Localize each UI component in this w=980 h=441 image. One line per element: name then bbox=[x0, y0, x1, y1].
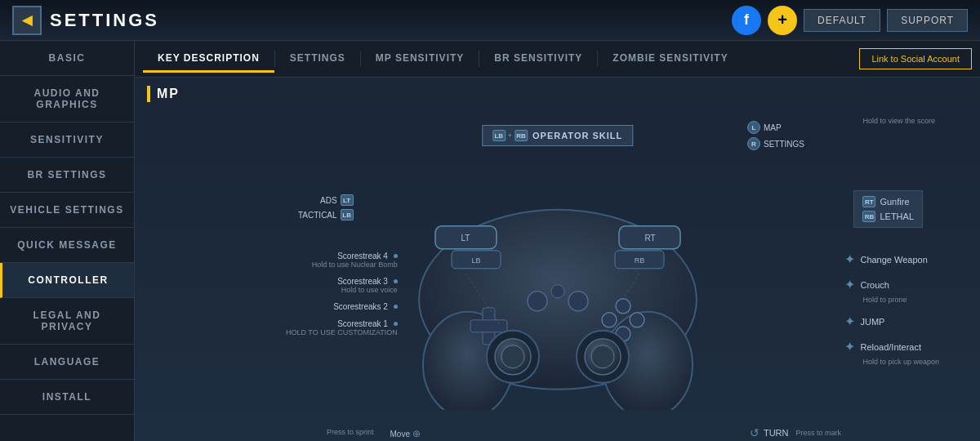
svg-point-17 bbox=[528, 292, 547, 311]
hold-prone-label: Hold to prone bbox=[862, 296, 939, 304]
back-button[interactable]: ◀ bbox=[12, 6, 42, 35]
svg-text:LT: LT bbox=[461, 234, 470, 243]
right-action-labels: ✦ Change Weapon ✦ Crouch Hold to prone ✦… bbox=[844, 252, 939, 366]
svg-rect-12 bbox=[470, 320, 507, 332]
svg-point-19 bbox=[551, 285, 564, 298]
scorestreaks2-label: Scorestreaks 2 bbox=[333, 302, 388, 311]
sidebar-item-vehicle-settings[interactable]: VEHICLE SETTINGS bbox=[0, 193, 134, 228]
default-button[interactable]: DEFAULT bbox=[804, 9, 880, 32]
left-scorestreak-labels: Scorestreak 4 Hold to use Nuclear Bomb S… bbox=[286, 252, 398, 336]
jump-label: JUMP bbox=[860, 317, 884, 327]
gunfire-label: Gunfire bbox=[880, 197, 909, 207]
ads-label: ADS bbox=[320, 196, 337, 205]
press-mark: Press to mark bbox=[795, 429, 841, 437]
lethal-label: LETHAL bbox=[880, 212, 914, 221]
sidebar-item-language[interactable]: LANGUAGE bbox=[0, 345, 134, 380]
main-layout: BASIC AUDIO AND GRAPHICS SENSITIVITY BR … bbox=[0, 41, 980, 441]
mp-section-bar bbox=[147, 86, 150, 102]
svg-text:LB: LB bbox=[471, 256, 480, 265]
header-actions: f + DEFAULT SUPPORT bbox=[732, 6, 968, 35]
operator-skill-text: OPERATOR SKILL bbox=[532, 131, 622, 140]
sidebar-item-controller[interactable]: CONTROLLER bbox=[0, 263, 134, 298]
tactical-label: TACTICAL bbox=[298, 211, 337, 220]
facebook-button[interactable]: f bbox=[732, 6, 761, 35]
l-badge: L bbox=[747, 121, 760, 134]
sidebar-item-install[interactable]: INSTALL bbox=[0, 380, 134, 415]
svg-point-25 bbox=[591, 345, 614, 368]
rb-badge: RB bbox=[514, 130, 528, 141]
link-social-button[interactable]: Link to Social Account bbox=[859, 48, 972, 69]
turn-label: ↺ TURN Press to mark bbox=[750, 426, 841, 439]
scorestreak4-label: Scorestreak 4 bbox=[337, 252, 388, 261]
hold-view-score: Hold to view the score bbox=[862, 117, 935, 127]
bottom-left-labels: Press to sprint Move ⊕ bbox=[327, 428, 421, 439]
settings-title: SETTINGS bbox=[50, 10, 159, 31]
svg-point-13 bbox=[616, 299, 630, 314]
support-button[interactable]: SUPPORT bbox=[887, 9, 968, 32]
back-icon: ◀ bbox=[22, 12, 32, 28]
add-account-button[interactable]: + bbox=[768, 6, 797, 35]
operator-skill-label: LB + RB OPERATOR SKILL bbox=[482, 125, 633, 146]
tab-br-sensitivity[interactable]: BR SENSITIVITY bbox=[479, 46, 597, 73]
move-label: Move bbox=[390, 430, 410, 439]
scorestreak3-label: Scorestreak 3 bbox=[337, 277, 388, 286]
ads-tactical-labels: ADS LT TACTICAL LB bbox=[298, 194, 354, 220]
mp-section-title: MP bbox=[157, 87, 180, 101]
lb2-badge: LB bbox=[341, 209, 354, 220]
mp-section-header: MP bbox=[147, 86, 968, 102]
tab-settings[interactable]: SETTINGS bbox=[275, 46, 360, 73]
sidebar: BASIC AUDIO AND GRAPHICS SENSITIVITY BR … bbox=[0, 41, 135, 441]
lb-badge: LB bbox=[492, 130, 506, 141]
crouch-label: Crouch bbox=[860, 280, 889, 290]
rt-badge: RT bbox=[862, 196, 875, 207]
sidebar-item-sensitivity[interactable]: SENSITIVITY bbox=[0, 122, 134, 158]
sidebar-item-basic[interactable]: BASIC bbox=[0, 41, 134, 76]
svg-point-18 bbox=[568, 292, 588, 311]
svg-point-15 bbox=[602, 313, 617, 327]
tab-mp-sensitivity[interactable]: MP SENSITIVITY bbox=[361, 46, 479, 73]
sidebar-item-audio-graphics[interactable]: AUDIO AND GRAPHICS bbox=[0, 76, 134, 122]
settings-label: SETTINGS bbox=[764, 140, 804, 149]
hold-pickup-label: Hold to pick up weapon bbox=[862, 358, 939, 366]
tab-key-description[interactable]: KEY DESCRIPTION bbox=[143, 46, 274, 73]
scorestreak1-label: Scorestreak 1 bbox=[337, 319, 388, 328]
sidebar-item-br-settings[interactable]: BR SETTINGS bbox=[0, 158, 134, 193]
map-settings-labels: L MAP R SETTINGS bbox=[747, 121, 804, 150]
content-area: KEY DESCRIPTION SETTINGS MP SENSITIVITY … bbox=[135, 41, 980, 441]
sidebar-item-legal-privacy[interactable]: LEGAL AND PRIVACY bbox=[0, 298, 134, 345]
r-badge: R bbox=[747, 137, 760, 150]
rb2-badge: RB bbox=[862, 211, 875, 222]
header: ◀ SETTINGS f + DEFAULT SUPPORT bbox=[0, 0, 980, 41]
hold-voice-label: Hold to use voice bbox=[286, 286, 398, 294]
svg-point-22 bbox=[501, 345, 524, 368]
lt-badge: LT bbox=[341, 194, 354, 206]
controller-illustration: LT RT LB RB bbox=[386, 157, 729, 410]
sidebar-item-quick-message[interactable]: QUICK MESSAGE bbox=[0, 228, 134, 263]
svg-text:RB: RB bbox=[634, 256, 644, 265]
svg-text:RT: RT bbox=[644, 234, 655, 243]
press-sprint-label: Press to sprint bbox=[327, 428, 374, 436]
reload-label: Reload/Interact bbox=[860, 342, 921, 352]
hold-customization-label: HOLD TO USE CUSTOMIZATION bbox=[286, 328, 398, 336]
svg-point-14 bbox=[630, 313, 644, 327]
controller-diagram: LB + RB OPERATOR SKILL L MAP R SETTINGS bbox=[147, 109, 968, 441]
tab-zombie-sensitivity[interactable]: ZOMBIE SENSITIVITY bbox=[598, 46, 742, 73]
gunfire-lethal-labels: RT Gunfire RB LETHAL bbox=[853, 190, 923, 228]
hold-nuclear-label: Hold to use Nuclear Bomb bbox=[286, 261, 398, 269]
tabs-bar: KEY DESCRIPTION SETTINGS MP SENSITIVITY … bbox=[135, 41, 980, 78]
panel-body: MP LB + RB OPERATOR SKILL L bbox=[135, 78, 980, 441]
map-label: MAP bbox=[764, 123, 782, 132]
change-weapon-label: Change Weapon bbox=[860, 255, 927, 265]
